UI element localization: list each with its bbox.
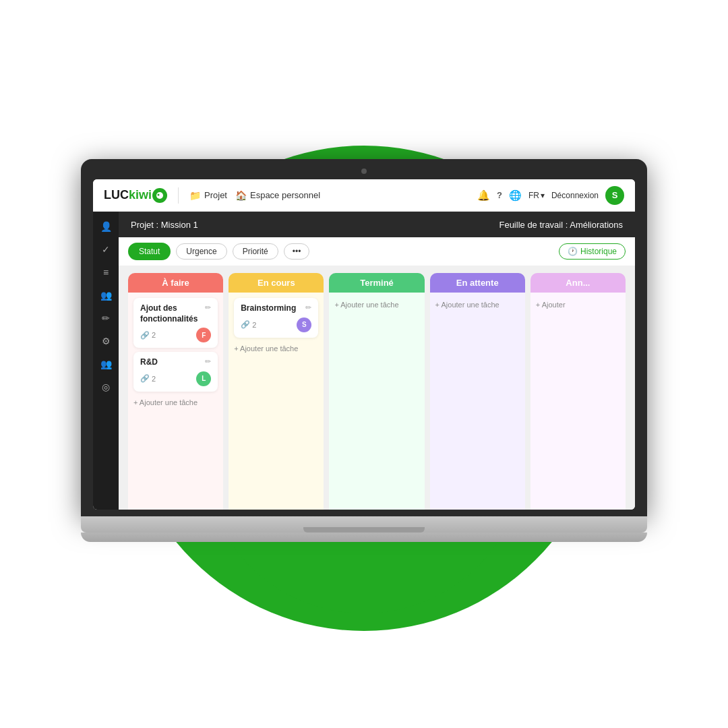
attachment-count-1: 2 — [152, 331, 156, 339]
nav-projet[interactable]: 📁 Projet — [189, 190, 227, 201]
kanban-board: À faire Ajout des fonctionnalités ✏ — [119, 266, 635, 510]
project-title: Projet : Mission 1 — [131, 220, 198, 230]
sidebar-icon-settings[interactable]: ⚙ — [96, 332, 115, 351]
col-encours-body: Brainstorming ✏ 🔗 2 — [229, 293, 324, 510]
filters-bar: Statut Urgence Priorité ••• — [119, 237, 635, 266]
nav-projet-label: Projet — [204, 190, 227, 200]
worksheet-title: Feuille de travail : Améliorations — [499, 220, 623, 230]
nav-divider-1 — [178, 187, 179, 204]
add-task-encours[interactable]: + Ajouter une tâche — [234, 342, 318, 355]
filter-statut[interactable]: Statut — [128, 243, 171, 260]
lang-select[interactable]: FR ▾ — [528, 191, 545, 200]
laptop-camera — [361, 169, 367, 174]
kanban-col-encours: En cours Brainstorming ✏ — [229, 273, 324, 510]
nav-right: 🔔 ? 🌐 FR ▾ Déconnexion S — [477, 186, 624, 205]
col-afaire-header: À faire — [128, 273, 223, 293]
col-encours-header: En cours — [229, 273, 324, 293]
logo-luc: LUC — [104, 188, 129, 202]
task-card-brainstorming[interactable]: Brainstorming ✏ 🔗 2 — [234, 298, 318, 338]
logo-dot — [152, 188, 167, 203]
filter-urgence[interactable]: Urgence — [176, 243, 226, 260]
svg-point-0 — [156, 192, 163, 199]
task-edit-icon-3[interactable]: ✏ — [305, 303, 311, 312]
task-title-fonctionnalites: Ajout des fonctionnalités — [140, 303, 202, 324]
nav-espace[interactable]: 🏠 Espace personnel — [235, 190, 320, 201]
paperclip-icon-3: 🔗 — [241, 320, 250, 329]
task-attachments-3: 🔗 2 — [241, 320, 256, 329]
task-title-rd: R&D — [140, 357, 158, 368]
logo: LUCkiwi — [104, 188, 167, 203]
filter-priorite[interactable]: Priorité — [233, 243, 278, 260]
laptop-screen: LUCkiwi 📁 Projet 🏠 Espace p — [93, 179, 635, 510]
task-card-fonctionnalites[interactable]: Ajout des fonctionnalités ✏ 🔗 2 — [133, 298, 218, 348]
sidebar-icon-edit[interactable]: ✏ — [96, 309, 115, 328]
task-edit-icon-1[interactable]: ✏ — [205, 303, 211, 312]
help-icon[interactable]: ? — [497, 190, 502, 200]
filter-more[interactable]: ••• — [284, 243, 310, 260]
task-card-header: Ajout des fonctionnalités ✏ — [140, 303, 211, 324]
projet-icon: 📁 — [189, 190, 201, 201]
attachment-count-2: 2 — [152, 375, 156, 383]
kanban-col-annule: Ann... + Ajouter — [530, 273, 626, 510]
scene: LUCkiwi 📁 Projet 🏠 Espace p — [0, 0, 728, 728]
top-nav: LUCkiwi 📁 Projet 🏠 Espace p — [93, 179, 635, 212]
lang-chevron: ▾ — [541, 191, 545, 200]
add-task-termine[interactable]: + Ajouter une tâche — [334, 298, 419, 311]
task-avatar-f: F — [196, 328, 211, 342]
nav-espace-label: Espace personnel — [250, 190, 320, 200]
globe-icon[interactable]: 🌐 — [509, 189, 522, 202]
attachment-count-3: 2 — [252, 321, 256, 329]
content-area: 👤 ✓ ≡ 👥 ✏ ⚙ 👥 ◎ — [93, 212, 635, 510]
sidebar-icon-group[interactable]: 👥 — [96, 286, 115, 305]
task-attachments-2: 🔗 2 — [140, 374, 156, 383]
sidebar-icon-circle[interactable]: ◎ — [96, 377, 115, 396]
add-task-afaire[interactable]: + Ajouter une tâche — [133, 396, 218, 409]
task-meta-1: 🔗 2 F — [140, 328, 211, 342]
kanban-col-attente: En attente + Ajouter une tâche — [430, 273, 525, 510]
kanban-col-afaire: À faire Ajout des fonctionnalités ✏ — [128, 273, 223, 510]
clock-icon: 🕐 — [568, 247, 578, 256]
task-attachments-1: 🔗 2 — [140, 331, 156, 340]
task-card-brainstorming-header: Brainstorming ✏ — [241, 303, 311, 314]
sidebar-icon-user[interactable]: 👤 — [96, 217, 115, 236]
add-task-attente[interactable]: + Ajouter une tâche — [435, 298, 520, 311]
task-card-rd[interactable]: R&D ✏ 🔗 2 — [133, 352, 218, 392]
logo-kiwi: kiwi — [129, 188, 152, 202]
user-avatar[interactable]: S — [605, 186, 624, 205]
user-initial: S — [612, 190, 618, 200]
task-avatar-l: L — [196, 371, 211, 386]
sidebar-icon-people[interactable]: 👥 — [96, 355, 115, 373]
laptop-base — [81, 516, 647, 533]
col-afaire-body: Ajout des fonctionnalités ✏ 🔗 2 — [128, 293, 223, 510]
historique-btn[interactable]: 🕐 Historique — [559, 243, 626, 260]
paperclip-icon-2: 🔗 — [140, 374, 150, 383]
task-title-brainstorming: Brainstorming — [241, 303, 296, 314]
task-edit-icon-2[interactable]: ✏ — [205, 357, 211, 366]
sidebar: 👤 ✓ ≡ 👥 ✏ ⚙ 👥 ◎ — [93, 212, 119, 510]
bell-icon[interactable]: 🔔 — [477, 189, 490, 202]
main: Projet : Mission 1 Feuille de travail : … — [119, 212, 635, 510]
home-icon: 🏠 — [235, 190, 247, 201]
kanban-col-termine: Terminé + Ajouter une tâche — [329, 273, 424, 510]
task-meta-2: 🔗 2 L — [140, 371, 211, 386]
laptop: LUCkiwi 📁 Projet 🏠 Espace p — [81, 159, 647, 542]
svg-point-1 — [158, 193, 160, 195]
col-annule-header: Ann... — [530, 273, 626, 293]
col-attente-body: + Ajouter une tâche — [430, 293, 525, 510]
add-task-annule[interactable]: + Ajouter — [536, 298, 620, 311]
col-termine-body: + Ajouter une tâche — [329, 293, 424, 510]
sidebar-icon-check[interactable]: ✓ — [96, 240, 115, 259]
task-avatar-s: S — [297, 317, 311, 332]
lang-label: FR — [528, 191, 539, 200]
laptop-hinge — [303, 527, 425, 533]
app: LUCkiwi 📁 Projet 🏠 Espace p — [93, 179, 635, 510]
task-meta-3: 🔗 2 S — [241, 317, 311, 332]
task-card-rd-header: R&D ✏ — [140, 357, 211, 368]
project-header: Projet : Mission 1 Feuille de travail : … — [119, 212, 635, 237]
col-annule-body: + Ajouter — [530, 293, 626, 510]
col-termine-header: Terminé — [329, 273, 424, 293]
deconnexion-btn[interactable]: Déconnexion — [551, 191, 599, 200]
laptop-screen-bezel: LUCkiwi 📁 Projet 🏠 Espace p — [81, 159, 647, 516]
sidebar-icon-list[interactable]: ≡ — [96, 263, 115, 282]
col-attente-header: En attente — [430, 273, 525, 293]
